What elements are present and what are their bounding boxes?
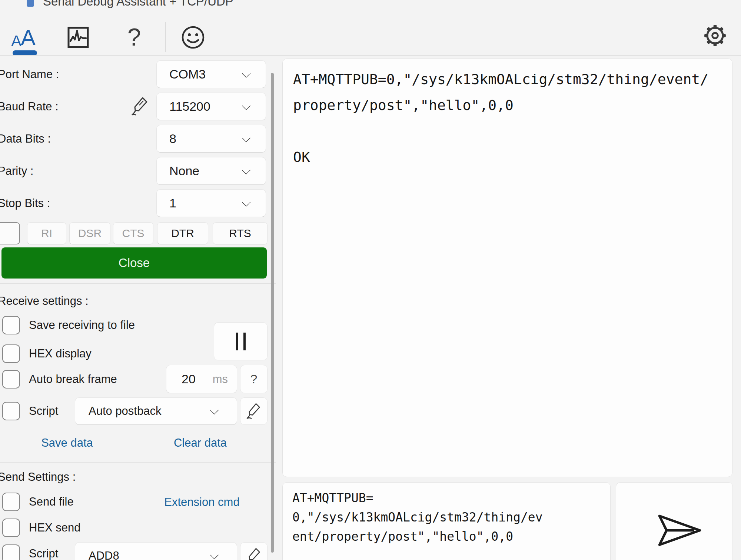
toolbar-separator xyxy=(165,22,166,52)
signal-button-ri[interactable]: RI xyxy=(27,222,66,244)
waveform-view-button[interactable] xyxy=(65,24,91,51)
send-button[interactable] xyxy=(616,482,733,560)
chevron-down-icon xyxy=(242,133,250,142)
help-icon: ? xyxy=(127,23,141,51)
window-title: Serial Debug Assistant + TCP/UDP xyxy=(43,0,233,9)
send-settings-heading: Send Settings : xyxy=(0,470,76,484)
stop-bits-select[interactable]: 1 xyxy=(156,189,266,217)
stop-bits-label: Stop Bits : xyxy=(0,189,50,217)
edit-receive-script-button[interactable] xyxy=(240,397,268,425)
hex-send-checkbox[interactable] xyxy=(2,519,20,537)
hex-display-label: HEX display xyxy=(29,344,92,363)
pause-receive-button[interactable] xyxy=(214,322,268,360)
question-icon: ? xyxy=(250,372,257,386)
send-file-checkbox[interactable] xyxy=(2,493,20,511)
data-bits-select[interactable]: 8 xyxy=(156,125,266,153)
chevron-down-icon xyxy=(242,166,250,174)
gear-icon xyxy=(702,23,728,49)
save-receiving-checkbox[interactable] xyxy=(2,316,20,334)
signal-button-partial[interactable] xyxy=(0,222,20,244)
data-bits-label: Data Bits : xyxy=(0,125,51,153)
break-interval-value: 20 xyxy=(166,365,211,393)
receive-output-text: AT+MQTTPUB=0,"/sys/k13kmOALcig/stm32/thi… xyxy=(293,66,726,170)
auto-break-help-button[interactable]: ? xyxy=(240,365,268,393)
signal-button-dsr[interactable]: DSR xyxy=(69,222,110,244)
waveform-icon xyxy=(67,26,90,49)
clear-data-link[interactable]: Clear data xyxy=(166,436,235,450)
send-script-checkbox[interactable] xyxy=(2,544,20,560)
receive-output-area: AT+MQTTPUB=0,"/sys/k13kmOALcig/stm32/thi… xyxy=(282,59,732,477)
panel-scrollbar-thumb[interactable] xyxy=(271,73,274,553)
section-divider xyxy=(0,462,276,463)
settings-button[interactable] xyxy=(701,20,729,51)
font-view-button[interactable]: A A xyxy=(10,21,42,56)
signal-button-rts[interactable]: RTS xyxy=(213,222,268,244)
chevron-down-icon xyxy=(210,550,219,559)
pause-icon xyxy=(236,333,246,350)
chevron-down-icon xyxy=(242,101,250,110)
send-file-label: Send file xyxy=(29,493,74,511)
font-size-icon: A A xyxy=(10,21,42,56)
chevron-down-icon xyxy=(242,198,250,207)
port-name-label: Port Name : xyxy=(0,60,59,88)
extension-cmd-link[interactable]: Extension cmd xyxy=(156,496,248,509)
hex-display-checkbox[interactable] xyxy=(2,344,20,363)
baud-rate-label: Baud Rate : xyxy=(0,93,59,120)
emoji-button[interactable] xyxy=(179,24,207,51)
auto-break-checkbox[interactable] xyxy=(2,370,20,389)
edit-pen-icon xyxy=(246,402,262,420)
receive-script-checkbox[interactable] xyxy=(2,402,20,420)
receive-settings-heading: Receive settings : xyxy=(0,294,89,308)
baud-rate-select[interactable]: 115200 xyxy=(156,93,266,120)
edit-pen-icon xyxy=(246,547,262,560)
edit-send-script-button[interactable] xyxy=(240,542,268,560)
chevron-down-icon xyxy=(210,406,219,414)
help-button[interactable]: ? xyxy=(123,19,145,56)
signal-button-cts[interactable]: CTS xyxy=(113,222,153,244)
edit-baud-pen-icon[interactable] xyxy=(131,96,149,117)
save-data-link[interactable]: Save data xyxy=(35,436,99,450)
hex-send-label: HEX send xyxy=(29,519,81,537)
section-divider xyxy=(0,283,276,284)
parity-select[interactable]: None xyxy=(156,157,266,185)
receive-script-select[interactable]: Auto postback xyxy=(75,397,237,425)
parity-label: Parity : xyxy=(0,157,33,185)
save-receiving-label: Save receiving to file xyxy=(29,316,135,334)
send-plane-icon xyxy=(658,514,702,546)
break-interval-input[interactable]: 20 ms xyxy=(166,365,237,393)
port-name-select[interactable]: COM3 xyxy=(156,60,266,88)
close-port-button[interactable]: Close xyxy=(1,247,267,279)
chevron-down-icon xyxy=(242,69,250,78)
app-icon xyxy=(27,0,34,7)
receive-script-label: Script xyxy=(29,402,58,420)
auto-break-label: Auto break frame xyxy=(29,370,117,389)
send-input-text: AT+MQTTPUB= 0,"/sys/k13kmOALcig/stm32/th… xyxy=(292,489,604,546)
break-interval-unit: ms xyxy=(213,365,228,393)
send-input-area[interactable]: AT+MQTTPUB= 0,"/sys/k13kmOALcig/stm32/th… xyxy=(282,482,611,560)
serial-settings-panel: Port Name : COM3 Baud Rate : 115200 Data… xyxy=(0,56,282,560)
smiley-icon xyxy=(181,25,205,50)
signal-button-dtr[interactable]: DTR xyxy=(157,222,208,244)
selected-tab-underline xyxy=(13,50,37,56)
send-script-select[interactable]: ADD8 xyxy=(75,542,237,560)
title-bar: Serial Debug Assistant + TCP/UDP xyxy=(0,0,741,12)
send-script-label: Script xyxy=(29,544,58,560)
